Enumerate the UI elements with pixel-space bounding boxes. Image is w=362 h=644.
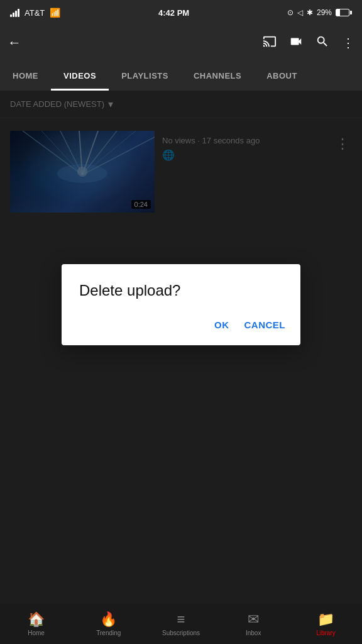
subscriptions-icon: ≡ (177, 611, 185, 628)
bluetooth-icon: ✱ (307, 8, 313, 17)
toolbar: ← ⋮ (0, 25, 362, 60)
battery-percent: 29% (317, 8, 332, 17)
library-icon: 📁 (317, 611, 334, 628)
nav-library-label: Library (316, 630, 336, 636)
tab-playlists[interactable]: PLAYLISTS (109, 60, 181, 91)
delete-dialog: Delete upload? OK CANCEL (62, 264, 300, 345)
trending-icon: 🔥 (100, 611, 117, 628)
tab-home[interactable]: HOME (0, 60, 51, 91)
status-left: AT&T 📶 (10, 8, 60, 18)
location-icon: ◁ (297, 8, 303, 17)
dialog-title: Delete upload? (79, 282, 285, 299)
tabs-bar: HOME VIDEOS PLAYLISTS CHANNELS ABOUT (0, 60, 362, 91)
camera-icon[interactable] (289, 35, 303, 52)
nav-trending[interactable]: 🔥 Trending (72, 604, 145, 644)
nav-subscriptions-label: Subscriptions (162, 630, 200, 636)
signal-icon (10, 8, 19, 17)
nav-home[interactable]: 🏠 Home (0, 604, 72, 644)
time-label: 4:42 PM (158, 8, 189, 18)
nav-subscriptions[interactable]: ≡ Subscriptions (145, 604, 217, 644)
nav-trending-label: Trending (96, 630, 121, 636)
dialog-overlay (0, 91, 362, 604)
home-icon: 🏠 (28, 611, 45, 628)
cast-icon[interactable] (263, 35, 277, 52)
status-right: ⊙ ◁ ✱ 29% (287, 8, 352, 17)
dialog-buttons: OK CANCEL (79, 317, 285, 333)
toolbar-icons: ⋮ (263, 35, 354, 52)
tab-channels[interactable]: CHANNELS (181, 60, 254, 91)
bottom-nav: 🏠 Home 🔥 Trending ≡ Subscriptions ✉ Inbo… (0, 604, 362, 644)
carrier-label: AT&T (25, 8, 45, 18)
search-icon[interactable] (315, 35, 329, 52)
more-icon[interactable]: ⋮ (342, 35, 354, 50)
tab-videos[interactable]: VIDEOS (51, 60, 109, 91)
cancel-button[interactable]: CANCEL (244, 317, 286, 333)
inbox-icon: ✉ (248, 611, 259, 628)
ok-button[interactable]: OK (214, 317, 229, 333)
nav-home-label: Home (28, 630, 45, 636)
tab-about[interactable]: ABOUT (254, 60, 310, 91)
nav-library[interactable]: 📁 Library (290, 604, 362, 644)
record-icon: ⊙ (287, 8, 293, 17)
back-button[interactable]: ← (8, 35, 21, 51)
status-bar: AT&T 📶 4:42 PM ⊙ ◁ ✱ 29% (0, 0, 362, 25)
nav-inbox-label: Inbox (246, 630, 261, 636)
battery-icon (336, 9, 352, 16)
nav-inbox[interactable]: ✉ Inbox (217, 604, 290, 644)
wifi-icon: 📶 (50, 8, 60, 18)
